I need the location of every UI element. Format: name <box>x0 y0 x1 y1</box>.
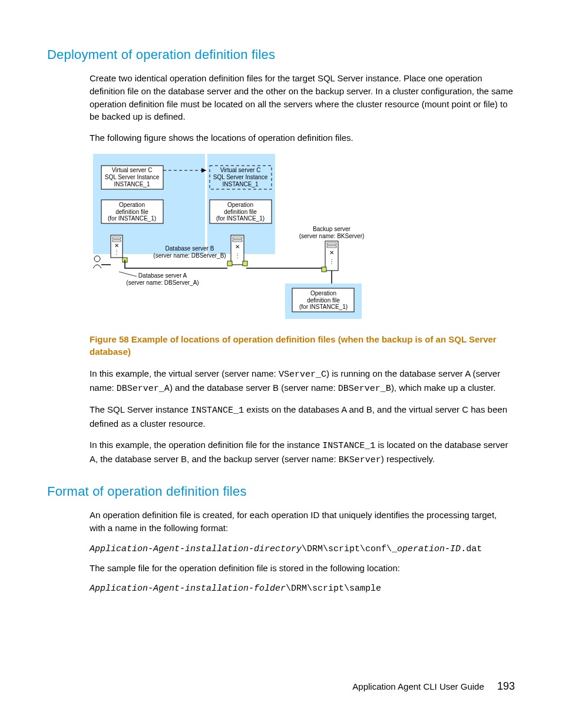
opfile-l1-backup: Operation <box>310 290 336 297</box>
p4-a: The SQL Server instance <box>90 404 191 414</box>
tower-bk-slot1 <box>327 243 336 245</box>
opfile-l3-left: (for INSTANCE_1) <box>108 215 156 222</box>
dbs-b-l2: (server name: DBServer_B) <box>153 252 226 259</box>
tower-bk-dots: ⋮ <box>329 258 335 265</box>
deployment-para2: The following figure shows the locations… <box>90 131 515 144</box>
dbs-b-l1: Database server B <box>166 245 214 252</box>
code1-a: Application-Agent-installation-directory <box>90 544 302 554</box>
tower-a-dots: ⋮ <box>114 249 120 255</box>
p4-code-inst: INSTANCE_1 <box>191 406 244 416</box>
opfile-l1-middle: Operation <box>227 202 253 208</box>
format-para2: The sample file for the operation defini… <box>90 562 515 575</box>
figure-58-diagram: Virtual server C SQL Server Instance INS… <box>90 153 515 324</box>
tower-a-slot2 <box>113 240 121 242</box>
backup-tower <box>325 241 338 271</box>
tower-b-slot2 <box>233 240 242 242</box>
tower-bk-x: ✕ <box>329 249 334 256</box>
code2-a: Application-Agent-installation-folder <box>90 584 286 594</box>
opfile-l1-left: Operation <box>119 202 145 208</box>
p5-a: In this example, the operation definitio… <box>90 440 322 450</box>
code2-b: \DRM\script\sample <box>286 584 381 594</box>
vs-c-l3-right: INSTANCE_1 <box>223 181 259 187</box>
code1-d: .dat <box>461 544 482 554</box>
p5-c: ) respectively. <box>381 454 435 464</box>
tower-bk-port <box>322 267 326 272</box>
opfile-l3-middle: (for INSTANCE_1) <box>216 215 265 222</box>
footer-title: Application Agent CLI User Guide <box>352 681 484 691</box>
user-icon-body <box>93 265 101 268</box>
tower-b-x: ✕ <box>235 243 240 250</box>
tower-a-x: ✕ <box>114 242 119 249</box>
user-icon-head <box>94 256 100 262</box>
opfile-l2-middle: definition file <box>224 209 257 215</box>
p3-code-dbsa: DBServer_A <box>117 384 170 394</box>
page-footer: Application Agent CLI User Guide 193 <box>352 680 515 693</box>
tower-a-slot1 <box>113 237 121 239</box>
p3-d: ), which make up a cluster. <box>391 383 496 393</box>
deployment-para4: The SQL Server instance INSTANCE_1 exist… <box>90 403 515 430</box>
figure-58-caption: Figure 58 Example of locations of operat… <box>90 333 515 358</box>
vs-c-l2-right: SQL Server Instance <box>213 174 268 180</box>
vs-c-l3-left: INSTANCE_1 <box>114 181 150 187</box>
dbs-a-l2: (server name: DBServer_A) <box>126 279 199 286</box>
page: Deployment of operation definition files… <box>0 0 562 728</box>
bks-l1: Backup server <box>313 226 351 232</box>
deployment-para1: Create two identical operation definitio… <box>90 72 515 123</box>
bks-l2: (server name: BKServer) <box>299 233 365 239</box>
footer-page-number: 193 <box>497 680 515 692</box>
diagram-svg: Virtual server C SQL Server Instance INS… <box>90 153 366 324</box>
deployment-para3: In this example, the virtual server (ser… <box>90 367 515 396</box>
tower-b-slot1 <box>233 237 242 239</box>
tower-bk-slot2 <box>327 246 336 248</box>
p3-a: In this example, the virtual server (ser… <box>90 368 279 378</box>
code1-c: operation-ID <box>397 544 461 554</box>
vs-c-l1-right: Virtual server C <box>220 167 261 173</box>
code1-b: \DRM\script\conf\_ <box>302 544 397 554</box>
net-a-b <box>125 260 227 268</box>
dbs-a-l1: Database server A <box>138 272 187 279</box>
format-code1: Application-Agent-installation-directory… <box>90 543 515 556</box>
tower-b-port-l <box>227 261 232 266</box>
p3-code-dbsb: DBServer_B <box>338 384 391 394</box>
tower-b-dots: ⋮ <box>234 252 240 259</box>
heading-format: Format of operation definition files <box>47 484 515 499</box>
vs-c-l2-left: SQL Server Instance <box>105 174 160 180</box>
opfile-l2-left: definition file <box>115 209 148 215</box>
p5-code-inst: INSTANCE_1 <box>322 441 375 451</box>
dbs-a-pointer <box>119 272 137 276</box>
format-code2: Application-Agent-installation-folder\DR… <box>90 582 515 595</box>
deployment-para5: In this example, the operation definitio… <box>90 439 515 467</box>
section1-body: Create two identical operation definitio… <box>90 72 515 466</box>
vs-c-l1-left: Virtual server C <box>112 167 153 173</box>
heading-deployment: Deployment of operation definition files <box>47 47 515 62</box>
format-para1: An operation definition file is created,… <box>90 509 515 535</box>
p3-code-vsc: VServer_C <box>279 370 326 380</box>
p5-code-bks: BKServer <box>339 455 381 465</box>
section2-body: An operation definition file is created,… <box>90 509 515 595</box>
opfile-l2-backup: definition file <box>307 297 340 304</box>
tower-b-port-r <box>243 261 247 266</box>
opfile-l3-backup: (for INSTANCE_1) <box>299 304 348 310</box>
dbserver-b-tower <box>231 235 244 265</box>
p3-c: ) and the database server B (server name… <box>170 383 338 393</box>
